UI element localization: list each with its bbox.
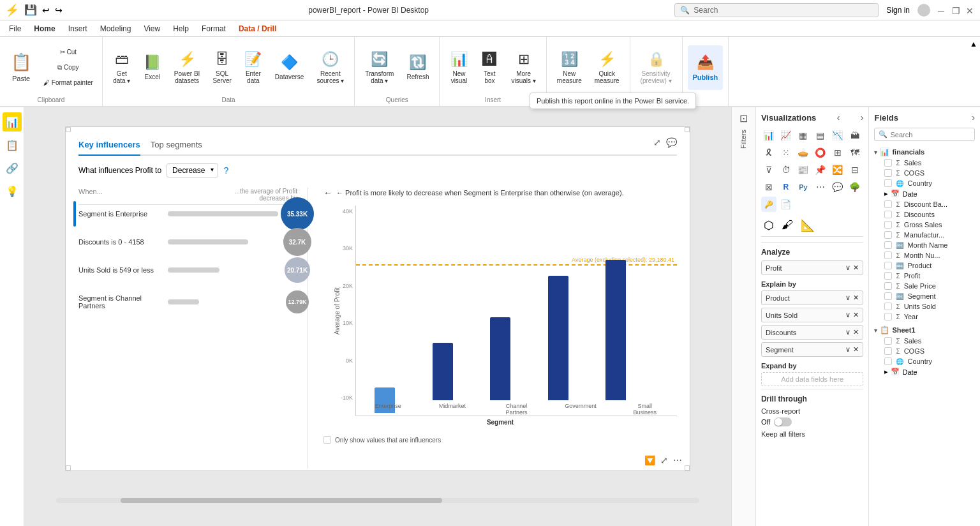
format-tab[interactable]: 🖌 <box>779 217 796 234</box>
field-discount-ba-checkbox[interactable] <box>884 200 892 208</box>
menu-format[interactable]: Format <box>195 23 232 34</box>
minimize-button[interactable]: ─ <box>938 6 947 15</box>
viz-stacked-col[interactable]: ▤ <box>813 128 828 143</box>
info-icon[interactable]: 💬 <box>666 137 677 154</box>
fields-panel-collapse[interactable]: › <box>972 112 975 123</box>
menu-view[interactable]: View <box>137 23 167 34</box>
viz-card[interactable]: 📰 <box>796 162 811 177</box>
enter-data-button[interactable]: 📝 Enterdata <box>239 45 267 90</box>
sql-server-button[interactable]: 🗄 SQLServer <box>207 45 236 90</box>
field-units-sold[interactable]: Σ Units Sold <box>874 301 975 312</box>
explain-segment-remove[interactable]: ✕ <box>853 345 859 354</box>
text-box-button[interactable]: 🅰 Textbox <box>475 45 503 90</box>
paste-button[interactable]: 📋 Paste <box>5 45 37 90</box>
viz-py-visual[interactable]: Py <box>796 179 811 195</box>
resize-handle-br[interactable] <box>685 465 690 470</box>
field-year-checkbox[interactable] <box>884 313 892 320</box>
recent-sources-button[interactable]: 🕒 Recentsources ▾ <box>311 45 349 90</box>
viz-panel-expand[interactable]: › <box>861 112 864 123</box>
redo-icon[interactable]: ↪ <box>55 5 63 15</box>
profit-dropdown[interactable]: Decrease ▾ <box>167 163 218 177</box>
viz-scatter[interactable]: ⁙ <box>778 145 794 160</box>
field-discount-ba[interactable]: Σ Discount Ba... <box>874 199 975 209</box>
collapse-ribbon-button[interactable]: ▲ <box>967 37 980 51</box>
explain-product-chevron[interactable]: ∨ <box>845 294 850 302</box>
format-painter-button[interactable]: 🖌 Format painter <box>40 76 97 90</box>
analytics-tab[interactable]: 📐 <box>798 217 817 234</box>
field-sales-checkbox[interactable] <box>884 159 892 167</box>
menu-file[interactable]: File <box>3 23 27 34</box>
h-scrollbar-thumb[interactable] <box>121 498 442 503</box>
viz-gauge[interactable]: ⏱ <box>778 162 794 177</box>
field-discounts[interactable]: Σ Discounts <box>874 209 975 220</box>
field-sheet1-country[interactable]: 🌐 Country <box>874 356 975 366</box>
field-gross-sales[interactable]: Σ Gross Sales <box>874 220 975 230</box>
field-date-group[interactable]: ▸ 📅 Date <box>874 188 975 199</box>
field-group-financials-header[interactable]: ▾ 📊 financials <box>874 146 975 158</box>
more-visuals-button[interactable]: ⊞ Morevisuals ▾ <box>506 45 540 90</box>
viz-ribbon-chart[interactable]: 🎗 <box>761 145 776 160</box>
field-year[interactable]: Σ Year <box>874 312 975 322</box>
field-cogs[interactable]: Σ COGS <box>874 168 975 178</box>
viz-treemap[interactable]: ⊞ <box>830 145 845 160</box>
field-profit[interactable]: Σ Profit <box>874 271 975 281</box>
field-sheet1-sales[interactable]: Σ Sales <box>874 336 975 346</box>
toggle-cross-report[interactable]: Off <box>761 417 864 426</box>
explain-units-field[interactable]: Units Sold ∨ ✕ <box>761 308 864 322</box>
explain-segment-field[interactable]: Segment ∨ ✕ <box>761 342 864 357</box>
influencer-row-3[interactable]: Segment is ChannelPartners 12.79K <box>78 294 297 310</box>
viz-pie-chart[interactable]: 🥧 <box>796 145 811 160</box>
explain-discounts-chevron[interactable]: ∨ <box>845 328 850 336</box>
viz-funnel[interactable]: ⊽ <box>761 162 776 177</box>
field-cogs-checkbox[interactable] <box>884 169 892 177</box>
field-month-name[interactable]: 🔤 Month Name <box>874 240 975 250</box>
sign-in[interactable]: Sign in <box>886 6 910 15</box>
field-sale-price-checkbox[interactable] <box>884 282 892 290</box>
field-month-nu[interactable]: Σ Month Nu... <box>874 250 975 260</box>
copy-button[interactable]: ⧉ Copy <box>40 61 97 75</box>
field-discounts-checkbox[interactable] <box>884 211 892 218</box>
viz-panel-collapse[interactable]: ‹ <box>837 112 840 123</box>
power-bi-datasets-button[interactable]: ⚡ Power BIdatasets <box>169 45 205 90</box>
viz-decomp-tree[interactable]: 🌳 <box>847 179 863 195</box>
bar-small-business[interactable] <box>600 260 632 400</box>
field-sheet1-date-group[interactable]: ▸ 📅 Date <box>874 366 975 377</box>
field-profit-checkbox[interactable] <box>884 272 892 280</box>
field-sheet1-country-checkbox[interactable] <box>884 357 892 365</box>
refresh-button[interactable]: 🔃 Refresh <box>401 45 434 90</box>
h-scrollbar[interactable] <box>56 498 699 503</box>
field-month-name-checkbox[interactable] <box>884 241 892 249</box>
menu-modeling[interactable]: Modeling <box>94 23 138 34</box>
resize-handle-tl[interactable] <box>66 127 71 132</box>
sensitivity-button[interactable]: 🔒 Sensitivity(preview) ▾ <box>635 45 677 90</box>
tab-key-influencers[interactable]: Key influencers <box>78 137 140 156</box>
explain-units-chevron[interactable]: ∨ <box>845 311 850 319</box>
viz-kpi[interactable]: 📌 <box>813 162 828 177</box>
field-gross-sales-checkbox[interactable] <box>884 221 892 229</box>
field-segment[interactable]: 🔤 Segment <box>874 291 975 301</box>
nav-model-icon[interactable]: 🔗 <box>3 158 22 177</box>
influencer-row-1[interactable]: Discounts is 0 - 4158 32.7K <box>78 238 297 246</box>
viz-qa[interactable]: 💬 <box>830 179 845 195</box>
expand-drop-zone[interactable]: Add data fields here <box>761 372 864 386</box>
cut-button[interactable]: ✂ Cut <box>40 45 97 59</box>
field-segment-checkbox[interactable] <box>884 292 892 300</box>
field-sale-price[interactable]: Σ Sale Price <box>874 281 975 291</box>
analyze-field-chevron[interactable]: ∨ <box>845 264 850 272</box>
viz-key-influencers[interactable]: 🔑 <box>761 197 776 212</box>
chart-back-arrow[interactable]: ← <box>323 188 332 198</box>
explain-discounts-remove[interactable]: ✕ <box>853 328 859 336</box>
explain-discounts-field[interactable]: Discounts ∨ ✕ <box>761 325 864 340</box>
resize-handle-tr[interactable] <box>685 127 690 132</box>
viz-narrative[interactable]: 📄 <box>778 197 794 212</box>
transform-data-button[interactable]: 🔄 Transformdata ▾ <box>360 45 399 90</box>
explain-product-field[interactable]: Product ∨ ✕ <box>761 290 864 305</box>
field-units-sold-checkbox[interactable] <box>884 303 892 310</box>
explain-segment-chevron[interactable]: ∨ <box>845 345 850 354</box>
excel-button[interactable]: 📗 Excel <box>138 45 167 90</box>
explain-units-remove[interactable]: ✕ <box>853 311 859 319</box>
menu-data-drill[interactable]: Data / Drill <box>232 23 283 34</box>
field-group-sheet1-header[interactable]: ▾ 📋 Sheet1 <box>874 324 975 336</box>
focus-icon[interactable]: ⤢ <box>653 137 661 154</box>
field-sheet1-cogs[interactable]: Σ COGS <box>874 346 975 356</box>
